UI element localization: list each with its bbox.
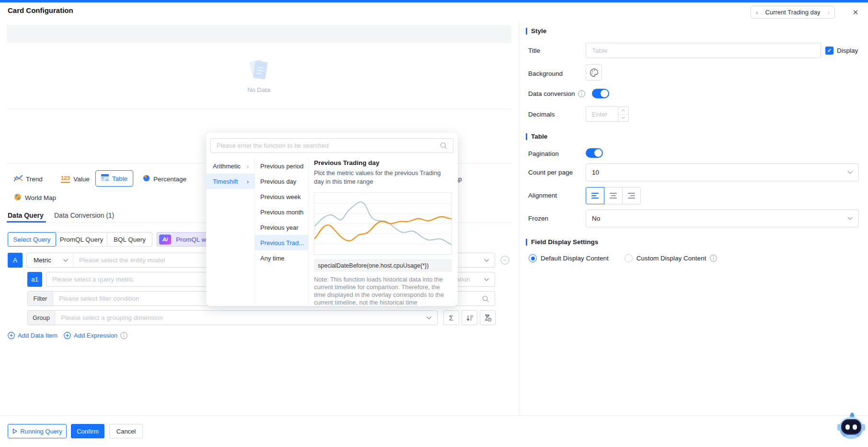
field-display-section-header: Field Display Settings <box>526 238 598 246</box>
assistant-robot-icon[interactable] <box>836 411 867 441</box>
running-query-button[interactable]: Running Query <box>8 424 67 438</box>
info-icon <box>578 90 585 97</box>
function-item[interactable]: Previous period <box>255 158 308 174</box>
style-section-header: Style <box>526 27 546 35</box>
divider <box>7 109 511 109</box>
chevron-right-icon: › <box>247 178 249 185</box>
step-down-icon[interactable] <box>618 115 628 122</box>
chart-type-label: Value <box>73 176 90 183</box>
add-expression-button[interactable]: Add Expression <box>64 332 127 339</box>
group-tag: Group <box>28 311 55 325</box>
globe-icon <box>14 193 22 202</box>
group-placeholder: Please select a grouping dimension <box>55 314 427 321</box>
chevron-down-icon <box>427 317 431 319</box>
tab-data-query[interactable]: Data Query <box>8 212 44 219</box>
chart-type-label: Table <box>112 175 127 182</box>
remove-row-icon[interactable] <box>500 256 509 265</box>
title-input-field[interactable] <box>586 47 821 54</box>
tab-data-conversion[interactable]: Data Conversion (1) <box>54 212 114 219</box>
panel-divider <box>519 22 520 415</box>
prev-chevron-icon[interactable]: ‹ <box>756 9 758 16</box>
play-icon <box>12 428 18 434</box>
function-search-input[interactable] <box>210 138 453 153</box>
category-timeshift[interactable]: Timeshift› <box>206 174 255 189</box>
align-center-button[interactable] <box>604 187 623 204</box>
category-arithmetic[interactable]: Arithmetic› <box>206 158 255 174</box>
align-left-button[interactable] <box>586 187 604 204</box>
add-data-item-button[interactable]: Add Data Item <box>8 332 58 339</box>
chevron-right-icon: › <box>247 163 249 170</box>
group-row[interactable]: Group Please select a grouping dimension <box>27 310 438 325</box>
decimals-label: Decimals <box>528 111 555 118</box>
chevron-down-icon <box>484 259 489 262</box>
alignment-label: Alignment <box>528 192 557 199</box>
chart-type-world-map[interactable]: World Map <box>14 190 56 205</box>
card-configuration-dialog: Card Configuration ‹ Current Trading day… <box>0 0 868 447</box>
chart-type-trend[interactable]: Trend <box>14 171 43 187</box>
query-mode-promql[interactable]: PromQL Query <box>56 232 107 247</box>
time-range-nav[interactable]: ‹ Current Trading day › <box>751 6 835 19</box>
function-item-selected[interactable]: Previous Trad... <box>255 235 308 250</box>
display-label: Display <box>837 47 858 54</box>
chart-type-table[interactable]: Table <box>95 170 133 187</box>
value-123-icon: 123 <box>61 175 70 183</box>
footer-divider <box>0 415 868 416</box>
step-up-icon[interactable] <box>618 107 628 115</box>
top-accent-bar <box>0 0 868 2</box>
align-right-button[interactable] <box>622 187 641 204</box>
chart-type-percentage[interactable]: Percentage <box>143 171 186 187</box>
frozen-select[interactable]: No <box>586 210 859 227</box>
data-conversion-toggle[interactable] <box>592 89 609 98</box>
info-icon <box>710 255 717 262</box>
function-item[interactable]: Previous week <box>255 189 308 204</box>
default-display-label: Default Display Content <box>541 255 609 262</box>
query-metric-placeholder: Please select a query metric <box>46 276 134 283</box>
function-item[interactable]: Previous year <box>255 220 308 235</box>
title-input[interactable] <box>586 43 821 58</box>
display-checkbox[interactable]: ✓ <box>825 47 833 55</box>
sort-button[interactable] <box>462 310 477 325</box>
search-icon[interactable] <box>482 295 489 303</box>
function-search-field[interactable] <box>211 142 440 149</box>
count-per-page-value: 10 <box>592 169 599 176</box>
cancel-button[interactable]: Cancel <box>109 424 143 438</box>
confirm-button[interactable]: Confirm <box>71 424 104 438</box>
decimals-stepper[interactable] <box>618 106 629 122</box>
function-detail-note: Note: This function loads historical dat… <box>314 276 452 306</box>
field-display-options: Default Display Content Custom Display C… <box>529 254 717 262</box>
query-mode-bql[interactable]: BQL Query <box>107 232 152 247</box>
query-row-a1-badge: a1 <box>27 272 42 287</box>
frozen-value: No <box>592 215 600 222</box>
metric-type-select[interactable]: Metric <box>27 253 73 267</box>
running-query-label: Running Query <box>20 428 62 435</box>
decimals-input-field[interactable] <box>586 111 618 118</box>
alignment-group <box>586 187 641 204</box>
chart-type-label: World Map <box>25 194 56 201</box>
next-chevron-icon[interactable]: › <box>827 9 830 16</box>
query-mode-select[interactable]: Select Query <box>8 232 56 247</box>
data-conversion-label: Data conversion <box>528 90 575 97</box>
function-item[interactable]: Previous day <box>255 174 308 189</box>
query-row-a-badge: A <box>8 253 23 268</box>
pagination-toggle[interactable] <box>586 148 603 158</box>
trend-icon <box>14 175 23 183</box>
decimals-input[interactable] <box>586 106 618 122</box>
default-display-radio[interactable] <box>529 254 537 262</box>
chart-type-value[interactable]: 123 Value <box>61 171 90 187</box>
sort-icon <box>466 314 474 322</box>
no-data-icon <box>247 57 270 83</box>
close-icon[interactable]: ✕ <box>849 6 862 19</box>
function-categories: Arithmetic› Timeshift› <box>206 158 255 189</box>
function-detail-chart <box>314 192 452 255</box>
add-data-item-label: Add Data Item <box>18 332 58 339</box>
filter-tag: Filter <box>28 292 53 306</box>
chevron-down-icon <box>63 259 68 262</box>
count-per-page-select[interactable]: 10 <box>586 164 859 181</box>
timeshift-button[interactable] <box>480 310 496 325</box>
function-item[interactable]: Any time <box>255 250 308 266</box>
function-item[interactable]: Previous month <box>255 204 308 220</box>
background-color-button[interactable] <box>586 64 602 81</box>
data-conversion-row: Data conversion <box>528 89 609 98</box>
aggregate-sigma-button[interactable]: Σ <box>443 310 459 325</box>
custom-display-radio[interactable] <box>625 254 633 262</box>
